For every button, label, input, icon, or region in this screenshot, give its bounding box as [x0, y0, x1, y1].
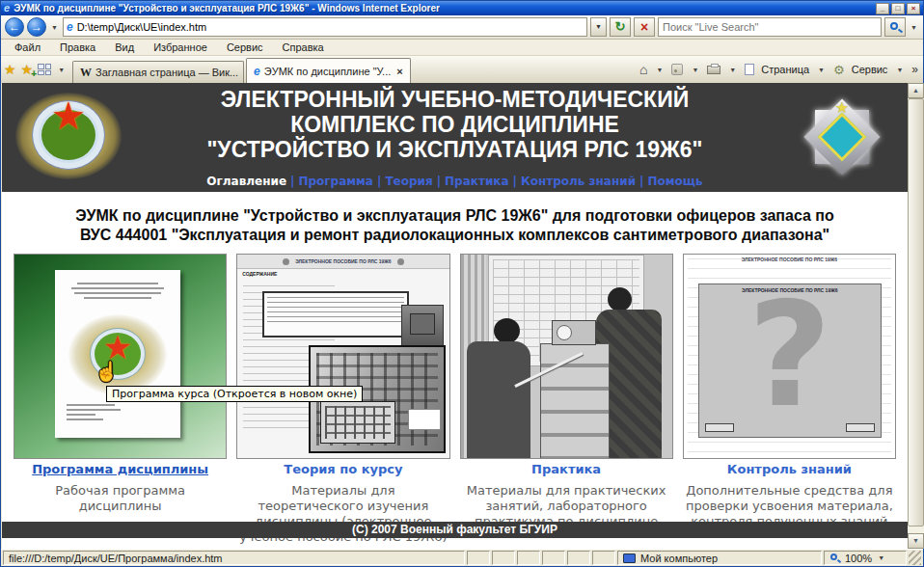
control-preview-image[interactable]: ЭЛЕКТРОННОЕ ПОСОБИЕ ПО РЛС 19Ж6 ЭЛЕКТРОН… — [683, 254, 896, 459]
site-navigation: Оглавление|Программа|Теория|Практика|Кон… — [2, 175, 908, 188]
emblem-dot-icon — [397, 258, 404, 265]
person-left-art — [494, 318, 520, 343]
print-dropdown-icon[interactable]: ▼ — [727, 67, 738, 73]
link-tooltip: Программа курса (Откроется в новом окне) — [106, 386, 363, 402]
vertical-scrollbar[interactable]: ▲ ▼ — [908, 83, 924, 549]
control-link[interactable]: Контроль знаний — [727, 462, 852, 476]
plus-icon: + — [31, 68, 37, 79]
nav-theory-link[interactable]: Теория — [385, 175, 432, 188]
page-menu-icon — [745, 64, 754, 75]
faculty-badge-right: ★ — [792, 91, 892, 183]
search-options-dropdown-icon[interactable]: ▼ — [909, 24, 919, 31]
page-title-line3: "УСТРОЙСТВО И ЭКСПЛУАТАЦИЯ РЛС 19Ж6" — [2, 137, 908, 162]
scrollbar-thumb[interactable] — [908, 98, 924, 526]
status-pane-empty — [492, 551, 515, 565]
intro-line1: ЭУМК по дисциплине "Устройство и эксплуа… — [2, 206, 908, 226]
page-menu-dropdown-icon[interactable]: ▼ — [816, 67, 827, 73]
feeds-dropdown-icon[interactable]: ▼ — [690, 67, 700, 73]
practice-photo[interactable] — [460, 254, 673, 459]
address-input[interactable] — [77, 21, 584, 33]
faculty-emblem-left: ★ — [15, 89, 122, 185]
panel-control: ЭЛЕКТРОННОЕ ПОСОБИЕ ПО РЛС 19Ж6 ЭЛЕКТРОН… — [683, 254, 896, 545]
menu-bar: Файл Правка Вид Избранное Сервис Справка — [1, 40, 923, 56]
toolbar-overflow-chevron[interactable]: » — [911, 63, 918, 76]
page-menu-button[interactable]: Страница — [761, 64, 809, 75]
tab-list-dropdown-icon[interactable]: ▼ — [56, 67, 67, 73]
theory-link[interactable]: Теория по курсу — [284, 462, 402, 476]
resize-grip[interactable] — [909, 551, 921, 565]
close-button[interactable]: × — [907, 3, 920, 14]
status-pane-empty — [542, 551, 565, 565]
menu-view[interactable]: Вид — [105, 41, 144, 53]
favorites-center-button[interactable]: ★ — [4, 62, 16, 77]
nav-contents: Оглавление — [206, 175, 286, 188]
zoom-dropdown-icon[interactable]: ▼ — [876, 554, 886, 561]
menu-file[interactable]: Файл — [5, 41, 50, 53]
status-pane-empty — [517, 551, 540, 565]
status-security-zone: Мой компьютер — [617, 551, 822, 565]
history-dropdown-icon[interactable]: ▼ — [49, 24, 60, 31]
menu-edit[interactable]: Правка — [50, 41, 105, 53]
person-right-art — [608, 287, 632, 311]
status-pane-empty — [567, 551, 590, 565]
back-button[interactable]: ← — [5, 17, 24, 37]
search-box[interactable] — [658, 17, 882, 37]
tab-wikipedia-label: Заглавная страница — Вик... — [95, 67, 238, 78]
menu-favorites[interactable]: Избранное — [144, 41, 217, 53]
intro-text: ЭУМК по дисциплине "Устройство и эксплуа… — [2, 192, 908, 245]
forward-button[interactable]: → — [27, 17, 46, 37]
stop-button[interactable]: × — [634, 17, 655, 37]
nav-program-link[interactable]: Программа — [298, 175, 373, 188]
cover-emblem-icon: ★ — [68, 314, 167, 395]
practice-link[interactable]: Практика — [531, 462, 601, 476]
tab-close-icon[interactable]: × — [394, 66, 402, 77]
page-title-line2: КОМПЛЕКС ПО ДИСЦИПЛИНЕ — [2, 112, 908, 137]
test-device-art — [552, 320, 596, 345]
scroll-up-button[interactable]: ▲ — [908, 83, 924, 98]
tab-eumk-active[interactable]: e ЭУМК по дисциплине "У... × — [246, 58, 411, 83]
quick-tabs-button[interactable] — [38, 64, 51, 75]
zone-label: Мой компьютер — [640, 553, 718, 564]
theory-art-toc: СОДЕРЖАНИЕ — [237, 269, 448, 279]
intro-line2: ВУС 444001 "Эксплуатация и ремонт радиол… — [2, 226, 908, 245]
status-zoom-control[interactable]: 100% ▼ — [824, 551, 907, 565]
theory-screenshot-1 — [262, 291, 409, 338]
emblem-dot-icon — [283, 258, 289, 265]
add-favorite-button[interactable]: ★+ — [21, 62, 34, 77]
search-input[interactable] — [663, 21, 877, 33]
status-pane-empty — [592, 551, 615, 565]
home-icon[interactable]: ⌂ — [639, 62, 647, 77]
tab-bar: ★ ★+ ▼ W Заглавная страница — Вик... e Э… — [1, 56, 923, 83]
tab-eumk-label: ЭУМК по дисциплине "У... — [264, 66, 392, 77]
program-link[interactable]: Программа дисциплины — [32, 462, 208, 476]
feeds-icon[interactable] — [671, 64, 683, 75]
nav-help-link[interactable]: Помощь — [647, 175, 702, 188]
menu-tools[interactable]: Сервис — [217, 41, 273, 53]
restore-button[interactable]: □ — [891, 3, 905, 14]
program-cover-image[interactable]: ★ — [14, 254, 227, 459]
search-icon — [890, 22, 898, 30]
tools-menu-button[interactable]: Сервис — [852, 64, 888, 75]
tab-wikipedia[interactable]: W Заглавная страница — Вик... — [72, 61, 244, 83]
tools-menu-dropdown-icon[interactable]: ▼ — [894, 67, 905, 73]
minimize-button[interactable]: _ — [876, 3, 889, 14]
scroll-down-button[interactable]: ▼ — [908, 533, 924, 549]
status-url: file:///D:/temp/Диск/UE/Программа/index.… — [3, 551, 465, 565]
menu-help[interactable]: Справка — [273, 41, 334, 53]
print-icon[interactable] — [707, 66, 720, 74]
address-bar[interactable]: e — [63, 17, 587, 37]
wikipedia-icon: W — [80, 66, 92, 80]
search-go-button[interactable] — [884, 17, 906, 37]
zoom-magnifier-icon — [829, 553, 841, 564]
home-dropdown-icon[interactable]: ▼ — [654, 67, 665, 73]
address-dropdown-button[interactable]: ▼ — [590, 17, 607, 37]
nav-control-link[interactable]: Контроль знаний — [521, 175, 636, 188]
address-toolbar: ← → ▼ e ▼ ↻ × ▼ — [1, 15, 923, 40]
section-panels: ★ Программа дисциплины Рабочая программа… — [14, 254, 896, 519]
nav-practice-link[interactable]: Практика — [445, 175, 508, 188]
equipment-rack-art — [540, 343, 610, 459]
my-computer-icon — [623, 554, 636, 563]
gear-icon: ⚙ — [833, 63, 845, 77]
theory-preview-image[interactable]: ЭЛЕКТРОННОЕ ПОСОБИЕ ПО РЛС 19Ж6 СОДЕРЖАН… — [236, 254, 449, 459]
refresh-button[interactable]: ↻ — [610, 17, 631, 37]
